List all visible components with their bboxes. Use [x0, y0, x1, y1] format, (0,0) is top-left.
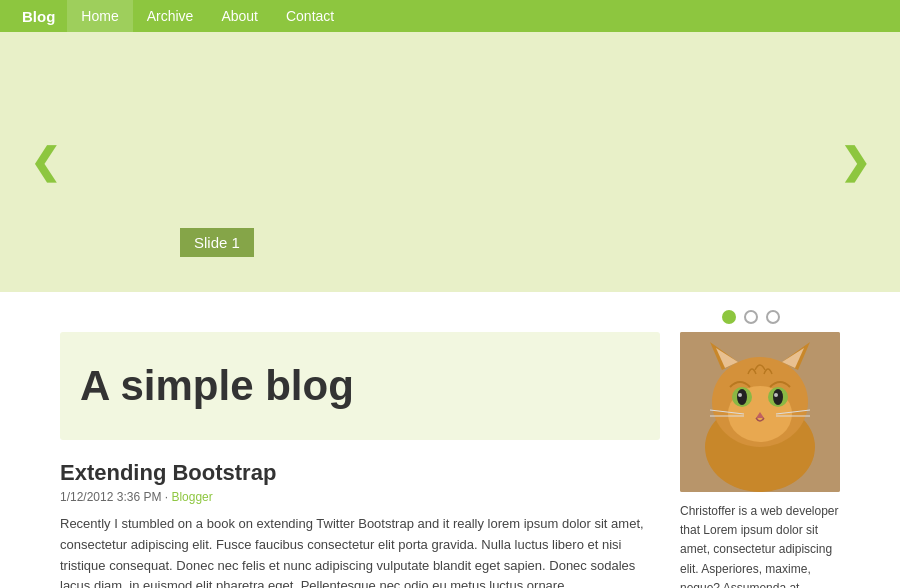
post-meta: 1/12/2012 3:36 PM · Blogger	[60, 490, 660, 504]
carousel: ❮ Slide 1 ❯	[0, 32, 900, 292]
carousel-dots	[722, 310, 780, 324]
carousel-dot-2[interactable]	[744, 310, 758, 324]
left-column: A simple blog Extending Bootstrap 1/12/2…	[60, 332, 660, 588]
carousel-dot-1[interactable]	[722, 310, 736, 324]
blog-post: Extending Bootstrap 1/12/2012 3:36 PM · …	[60, 460, 660, 588]
svg-point-11	[773, 389, 783, 405]
nav-item-archive[interactable]: Archive	[133, 0, 208, 32]
slide-label: Slide 1	[180, 228, 254, 257]
post-body: Recently I stumbled on a book on extendi…	[60, 514, 660, 588]
hero-box: A simple blog	[60, 332, 660, 440]
nav-items: Home Archive About Contact	[67, 0, 348, 32]
main-content: A simple blog Extending Bootstrap 1/12/2…	[0, 312, 900, 588]
carousel-next-button[interactable]: ❯	[830, 131, 880, 193]
cat-svg	[680, 332, 840, 492]
post-author-link[interactable]: Blogger	[171, 490, 212, 504]
svg-point-10	[737, 389, 747, 405]
sidebar-description: Christoffer is a web developer that Lore…	[680, 502, 840, 588]
carousel-content: Slide 1	[180, 68, 720, 257]
nav-item-contact[interactable]: Contact	[272, 0, 348, 32]
nav-item-about[interactable]: About	[207, 0, 272, 32]
hero-title: A simple blog	[80, 362, 640, 410]
sidebar: Christoffer is a web developer that Lore…	[680, 332, 840, 588]
svg-point-12	[738, 393, 742, 397]
nav-brand[interactable]: Blog	[10, 0, 67, 32]
carousel-dot-3[interactable]	[766, 310, 780, 324]
post-title: Extending Bootstrap	[60, 460, 660, 486]
svg-point-13	[774, 393, 778, 397]
navbar: Blog Home Archive About Contact	[0, 0, 900, 32]
sidebar-image	[680, 332, 840, 492]
carousel-prev-button[interactable]: ❮	[20, 131, 70, 193]
nav-item-home[interactable]: Home	[67, 0, 132, 32]
